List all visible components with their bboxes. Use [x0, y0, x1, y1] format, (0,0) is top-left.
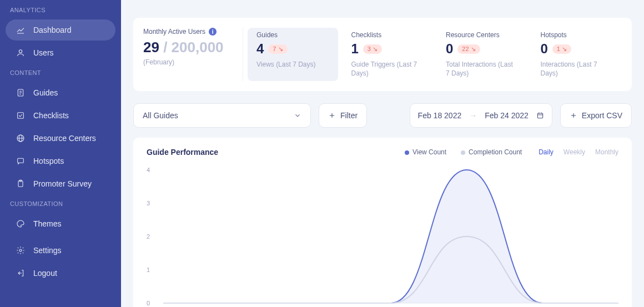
sidebar-item-label: Resource Centers: [33, 134, 96, 143]
sidebar-item-label: Users: [33, 48, 54, 57]
chart-area: 01234: [147, 167, 618, 307]
kpi-value: 0: [446, 41, 453, 57]
sidebar-item-label: Logout: [33, 269, 57, 278]
dot-icon: [461, 150, 465, 155]
sidebar: ANALYTICS Dashboard Users CONTENT Guides…: [0, 0, 121, 307]
kpi-sub: Total Interactions (Last 7 Days): [446, 60, 519, 78]
date-from: Feb 18 2022: [418, 111, 462, 120]
file-text-icon: [16, 88, 26, 98]
sidebar-item-themes[interactable]: Themes: [6, 213, 115, 234]
sidebar-section-customization: CUSTOMIZATION: [0, 196, 121, 212]
sidebar-item-label: Guides: [33, 88, 58, 97]
svg-point-12: [19, 249, 22, 251]
svg-rect-16: [537, 113, 542, 118]
mau-value: 29 / 200,000: [143, 39, 234, 56]
sidebar-item-dashboard[interactable]: Dashboard: [6, 19, 115, 41]
svg-point-0: [19, 50, 22, 53]
kpi-guides[interactable]: Guides 4 7 ↘ Views (Last 7 Days): [248, 28, 338, 81]
message-icon: [16, 156, 26, 166]
globe-icon: [16, 133, 26, 143]
sidebar-item-label: Themes: [33, 219, 62, 228]
sidebar-item-label: Checklists: [33, 111, 69, 120]
filter-label: Filter: [340, 111, 358, 120]
kpi-title: Hotspots: [541, 31, 613, 39]
chart-legend: View Count Completion Count: [405, 148, 522, 156]
kpi-title: Resource Centers: [446, 31, 519, 39]
sidebar-item-logout[interactable]: Logout: [6, 263, 115, 284]
mau-limit: 200,000: [172, 39, 224, 56]
plus-icon: [570, 112, 577, 119]
sidebar-item-promoter-survey[interactable]: Promoter Survey: [6, 173, 115, 194]
y-tick-label: 0: [147, 300, 150, 306]
chevron-down-icon: [294, 112, 301, 119]
legend-label: Completion Count: [469, 148, 522, 156]
svg-rect-5: [18, 113, 24, 119]
chart-line-icon: [16, 25, 26, 35]
sidebar-item-settings[interactable]: Settings: [6, 240, 115, 261]
legend-completion-count: Completion Count: [461, 148, 522, 156]
palette-icon: [16, 219, 26, 229]
kpi-sub: Guide Triggers (Last 7 Days): [351, 60, 424, 78]
sidebar-item-label: Settings: [33, 246, 62, 255]
sidebar-section-content: CONTENT: [0, 65, 121, 80]
kpi-sub: Interactions (Last 7 Days): [541, 60, 613, 78]
date-range[interactable]: Feb 18 2022 → Feb 24 2022: [410, 103, 552, 128]
sidebar-item-guides[interactable]: Guides: [6, 82, 115, 103]
sidebar-item-hotspots[interactable]: Hotspots: [6, 150, 115, 172]
kpi-title: Guides: [256, 31, 329, 39]
legend-view-count: View Count: [405, 148, 446, 156]
sidebar-item-label: Hotspots: [33, 157, 64, 165]
granularity-daily[interactable]: Daily: [539, 148, 554, 156]
plus-icon: [328, 112, 336, 119]
sidebar-item-resource-centers[interactable]: Resource Centers: [6, 128, 115, 149]
stat-row: Monthly Active Users i 29 / 200,000 (Feb…: [133, 18, 632, 91]
kpi-sub: Views (Last 7 Days): [256, 60, 329, 69]
user-icon: [16, 48, 26, 58]
mau-sub: (February): [143, 58, 234, 66]
mau-sep: /: [159, 39, 172, 56]
guide-select[interactable]: All Guides: [133, 103, 311, 128]
granularity-monthly[interactable]: Monthly: [595, 148, 618, 156]
chart-title: Guide Performance: [147, 148, 218, 157]
sidebar-item-checklists[interactable]: Checklists: [6, 105, 115, 126]
kpi-badge: 7 ↘: [268, 44, 287, 54]
sidebar-section-analytics: ANALYTICS: [0, 2, 121, 18]
mau-title: Monthly Active Users i: [143, 28, 234, 36]
logout-icon: [16, 268, 26, 278]
gear-icon: [16, 245, 26, 255]
kpi-checklists[interactable]: Checklists 1 3 ↘ Guide Triggers (Last 7 …: [343, 28, 433, 81]
kpi-value: 4: [256, 41, 264, 57]
chart-svg: [163, 167, 618, 307]
kpi-resource-centers[interactable]: Resource Centers 0 22 ↘ Total Interactio…: [437, 28, 527, 81]
info-icon[interactable]: i: [209, 28, 217, 36]
y-tick-label: 1: [147, 266, 150, 273]
sidebar-item-label: Dashboard: [33, 26, 72, 34]
sidebar-item-label: Promoter Survey: [33, 179, 92, 188]
svg-rect-9: [18, 158, 24, 163]
filter-button[interactable]: Filter: [319, 103, 367, 128]
mau-count: 29: [143, 39, 159, 56]
kpi-value: 1: [351, 41, 359, 57]
kpi-badge: 3 ↘: [363, 44, 382, 54]
mau-title-text: Monthly Active Users: [143, 28, 205, 36]
export-button[interactable]: Export CSV: [560, 103, 632, 128]
granularity-weekly[interactable]: Weekly: [564, 148, 585, 156]
clipboard-icon: [16, 179, 26, 189]
mau-card: Monthly Active Users i 29 / 200,000 (Feb…: [143, 28, 243, 81]
toolbar: All Guides Filter Feb 18 2022 → Feb 24 2…: [133, 103, 632, 128]
select-value: All Guides: [143, 111, 178, 120]
kpi-badge: 1 ↘: [552, 44, 571, 54]
export-label: Export CSV: [582, 111, 622, 120]
main-content: Monthly Active Users i 29 / 200,000 (Feb…: [121, 0, 644, 307]
sidebar-item-users[interactable]: Users: [6, 42, 115, 63]
y-tick-label: 2: [147, 233, 150, 240]
legend-label: View Count: [412, 148, 446, 156]
kpi-hotspots[interactable]: Hotspots 0 1 ↘ Interactions (Last 7 Days…: [532, 28, 622, 81]
dot-icon: [405, 150, 409, 155]
arrow-right-icon: →: [469, 111, 477, 120]
check-square-icon: [16, 110, 26, 120]
kpi-title: Checklists: [351, 31, 424, 39]
chart-card: Guide Performance View Count Completion …: [133, 138, 632, 307]
kpi-badge: 22 ↘: [457, 44, 480, 54]
chart-header: Guide Performance View Count Completion …: [147, 148, 618, 157]
